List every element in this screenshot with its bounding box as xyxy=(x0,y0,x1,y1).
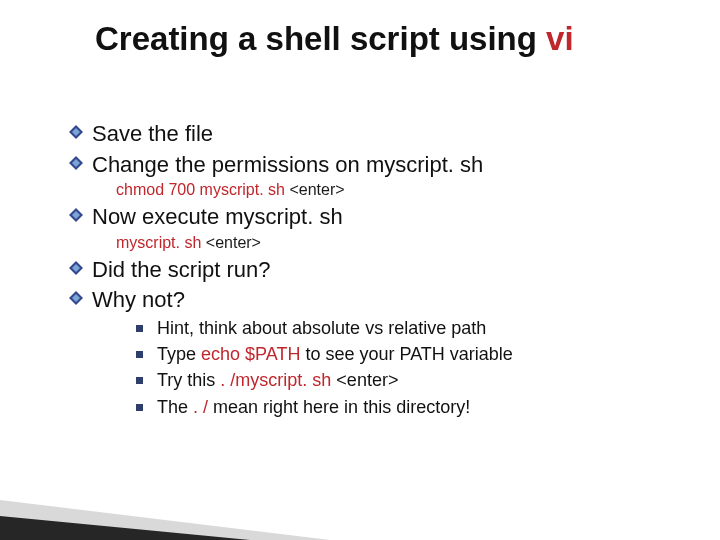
diamond-icon xyxy=(68,155,86,173)
hint-part: mean right here in this directory! xyxy=(213,397,470,417)
svg-marker-11 xyxy=(0,516,250,540)
bullet-item: Change the permissions on myscript. sh xyxy=(68,151,668,179)
diamond-icon xyxy=(68,207,86,225)
command-text: chmod 700 myscript. sh xyxy=(116,181,289,198)
hint-list: Hint, think about absolute vs relative p… xyxy=(116,317,668,420)
sub-bullet: myscript. sh <enter> xyxy=(116,234,668,252)
slide: Creating a shell script using vi Save th… xyxy=(0,0,720,540)
sub-bullet: chmod 700 myscript. sh <enter> xyxy=(116,181,668,199)
hint-text: Try this . /myscript. sh <enter> xyxy=(157,369,398,392)
hint-item: Type echo $PATH to see your PATH variabl… xyxy=(136,343,668,366)
hint-item: Hint, think about absolute vs relative p… xyxy=(136,317,668,340)
enter-tag: <enter> xyxy=(289,181,344,198)
svg-marker-10 xyxy=(0,500,330,540)
hint-command: . /myscript. sh xyxy=(220,370,331,390)
slide-body: Save the file Change the permissions on … xyxy=(68,120,668,422)
title-accent: vi xyxy=(546,20,574,57)
bullet-text: Now execute myscript. sh xyxy=(92,203,343,231)
hint-item: The . / mean right here in this director… xyxy=(136,396,668,419)
enter-tag: <enter> xyxy=(201,234,261,251)
hint-command: echo $PATH xyxy=(201,344,300,364)
bullet-item: Save the file xyxy=(68,120,668,148)
bullet-item: Now execute myscript. sh xyxy=(68,203,668,231)
bullet-item: Did the script run? xyxy=(68,256,668,284)
hint-part: to see your PATH variable xyxy=(300,344,512,364)
hint-text: Hint, think about absolute vs relative p… xyxy=(157,317,486,340)
slide-title: Creating a shell script using vi xyxy=(95,20,574,58)
hint-text: The . / mean right here in this director… xyxy=(157,396,470,419)
title-text: Creating a shell script using xyxy=(95,20,546,57)
bullet-text: Did the script run? xyxy=(92,256,271,284)
square-icon xyxy=(136,377,143,384)
decorative-wedge xyxy=(0,430,360,540)
hint-part: <enter> xyxy=(331,370,398,390)
diamond-icon xyxy=(68,124,86,142)
diamond-icon xyxy=(68,290,86,308)
hint-part: Type xyxy=(157,344,201,364)
hint-command: . / xyxy=(188,397,213,417)
command-text: myscript. sh xyxy=(116,234,201,251)
hint-item: Try this . /myscript. sh <enter> xyxy=(136,369,668,392)
diamond-icon xyxy=(68,260,86,278)
bullet-item: Why not? xyxy=(68,286,668,314)
square-icon xyxy=(136,325,143,332)
hint-part: The xyxy=(157,397,188,417)
square-icon xyxy=(136,351,143,358)
bullet-text: Why not? xyxy=(92,286,185,314)
square-icon xyxy=(136,404,143,411)
hint-part: Try this xyxy=(157,370,220,390)
hint-text: Type echo $PATH to see your PATH variabl… xyxy=(157,343,513,366)
bullet-text: Change the permissions on myscript. sh xyxy=(92,151,483,179)
bullet-text: Save the file xyxy=(92,120,213,148)
